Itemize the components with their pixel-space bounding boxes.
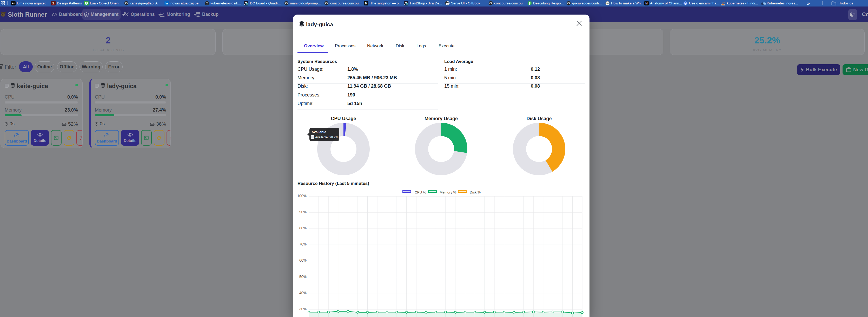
svg-text:S: S	[406, 3, 408, 5]
svg-text:S: S	[246, 3, 248, 5]
svg-text:W: W	[606, 2, 609, 5]
svg-text:M: M	[365, 2, 367, 5]
svg-text:M: M	[645, 2, 647, 5]
svg-text:in: in	[165, 2, 168, 5]
